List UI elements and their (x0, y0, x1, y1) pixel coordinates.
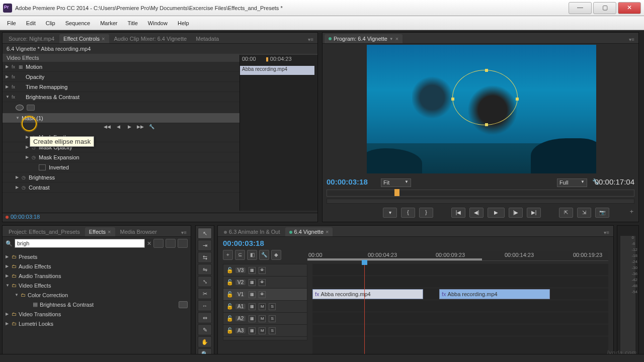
close-tab-icon[interactable]: × (395, 36, 398, 42)
maximize-button[interactable]: ▢ (593, 2, 616, 14)
step-fwd-icon[interactable]: ▶▶ (136, 124, 144, 131)
panel-menu-icon[interactable]: ▾≡ (602, 229, 611, 236)
effects-search-input[interactable] (15, 239, 145, 248)
menu-title[interactable]: Title (122, 19, 142, 28)
tree-audio-effects[interactable]: ▶🗀Audio Effects (6, 261, 188, 271)
pen-tool[interactable]: ✎ (198, 324, 212, 335)
ripple-edit-tool[interactable]: ⇆ (198, 252, 212, 263)
playhead-icon[interactable] (394, 189, 399, 196)
hand-tool[interactable]: ✋ (198, 336, 212, 347)
timeline-timecode[interactable]: 00:00:03:18 (223, 239, 264, 247)
settings-button[interactable]: 🔧 (259, 250, 269, 260)
play-button[interactable]: ▶ (488, 208, 505, 218)
menu-marker[interactable]: Marker (95, 19, 122, 28)
tab-metadata[interactable]: Metadata (192, 34, 223, 43)
track-v1[interactable]: 🔓V1▦👁 (223, 289, 307, 301)
filter-button-2[interactable] (166, 239, 176, 248)
tree-audio-transitions[interactable]: ▶🗀Audio Transitions (6, 271, 188, 281)
tab-sequence-2[interactable]: 6.4 Vignette× (285, 227, 333, 236)
rate-stretch-tool[interactable]: ⤡ (198, 276, 212, 287)
panel-menu-icon[interactable]: ▾≡ (179, 229, 189, 236)
tree-lumetri[interactable]: ▶🗀Lumetri Looks (6, 319, 188, 328)
track-select-tool[interactable]: ⇥ (198, 240, 212, 251)
tab-source[interactable]: Source: Night.mp4 (5, 34, 58, 43)
rolling-edit-tool[interactable]: ⇋ (198, 264, 212, 275)
razor-tool[interactable]: ✂ (198, 288, 212, 299)
snap-button[interactable]: ⌖ (223, 250, 233, 260)
timeline-playhead[interactable] (364, 264, 365, 362)
mark-in-button[interactable]: ▾ (383, 208, 397, 218)
inverted-checkbox[interactable] (39, 164, 46, 170)
tree-brightness-contrast[interactable]: ▦Brightness & Contrast (6, 300, 188, 309)
slide-tool[interactable]: ⇔ (198, 312, 212, 323)
wrench-button[interactable]: ◆ (271, 250, 281, 260)
program-timecode-current[interactable]: 00:00:03:18 (327, 177, 368, 186)
tab-effect-controls[interactable]: Effect Controls× (59, 34, 109, 43)
tab-project[interactable]: Project: Effects_and_Presets (5, 227, 84, 236)
tab-program[interactable]: Program: 6.4 Vignette▼× (325, 34, 403, 43)
track-v2[interactable]: 🔓V2▦👁 (223, 277, 307, 289)
tab-sequence-1[interactable]: 6.3 Animate In & Out (220, 227, 284, 236)
track-a2[interactable]: 🔓A2▦MS (223, 313, 307, 325)
program-scrubber[interactable] (327, 190, 634, 197)
tree-video-effects[interactable]: ▼🗀Video Effects (6, 281, 188, 290)
effcon-timecode[interactable]: 00:00:03:18 (11, 214, 40, 220)
create-ellipse-mask-button[interactable] (16, 105, 24, 111)
tree-color-correction[interactable]: ▼🗀Color Correction (6, 290, 188, 300)
clip-abba-1[interactable]: fxAbba recording.mp4 (312, 289, 423, 299)
accelerated-badge-icon (179, 301, 188, 308)
close-button[interactable]: ✕ (618, 2, 641, 14)
slip-tool[interactable]: ↔ (198, 300, 212, 311)
set-out-button[interactable]: } (419, 208, 433, 218)
timeline-ruler[interactable]: 00:00 00:00:04:23 00:00:09:23 00:00:14:2… (307, 251, 608, 261)
lift-button[interactable]: ⇱ (559, 208, 573, 218)
marker-button[interactable]: ◧ (247, 250, 257, 260)
go-to-in-button[interactable]: |◀ (451, 208, 465, 218)
go-to-out-button[interactable]: ▶| (527, 208, 541, 218)
tree-presets[interactable]: ▶🗀Presets (6, 252, 188, 261)
menu-clip[interactable]: Clip (41, 19, 60, 28)
menu-help[interactable]: Help (173, 19, 194, 28)
tab-effects[interactable]: Effects× (85, 227, 115, 236)
extract-button[interactable]: ⇲ (577, 208, 591, 218)
filter-button-3[interactable] (178, 239, 188, 248)
add-button-icon[interactable]: + (629, 208, 633, 215)
panel-menu-icon[interactable]: ▾≡ (627, 36, 636, 43)
track-a3[interactable]: 🔓A3▦MS (223, 325, 307, 337)
tree-video-transitions[interactable]: ▶🗀Video Transitions (6, 309, 188, 319)
step-fwd-button[interactable]: |▶ (509, 208, 523, 218)
program-dropdown-icon[interactable]: ▼ (389, 37, 393, 41)
link-button[interactable]: ⊆ (235, 250, 245, 260)
step-back-icon[interactable]: ◀ (114, 124, 122, 131)
program-scrollbar[interactable] (327, 199, 634, 204)
minimize-button[interactable]: — (569, 2, 592, 14)
timeline-lanes[interactable]: fxAbba recording.mp4 fxAbba recording.mp… (312, 264, 608, 362)
close-tab-icon[interactable]: × (102, 36, 105, 42)
set-in-button[interactable]: { (401, 208, 415, 218)
tab-audio-mixer[interactable]: Audio Clip Mixer: 6.4 Vignette (110, 34, 191, 43)
clip-abba-2[interactable]: fxAbba recording.mp4 (439, 289, 550, 299)
wrench-icon[interactable]: 🔧 (147, 124, 155, 131)
track-fwd-icon[interactable]: ▶ (125, 124, 133, 131)
selection-tool[interactable]: ↖ (198, 228, 212, 239)
menu-sequence[interactable]: Sequence (60, 19, 96, 28)
filter-button-1[interactable] (153, 239, 164, 248)
program-viewer[interactable] (367, 45, 596, 173)
track-v3[interactable]: 🔓V3▦👁 (223, 264, 307, 277)
mask-outline[interactable] (452, 70, 518, 125)
track-a1[interactable]: 🔓A1▦MS (223, 301, 307, 313)
create-rect-mask-button[interactable] (27, 105, 35, 111)
menu-edit[interactable]: Edit (21, 19, 41, 28)
menu-file[interactable]: File (2, 19, 21, 28)
step-back-button[interactable]: ◀| (469, 208, 484, 218)
panel-menu-icon[interactable]: ▾≡ (306, 36, 315, 43)
menu-window[interactable]: Window (143, 19, 173, 28)
mini-clip-block[interactable]: Abba recording.mp4 (240, 66, 314, 75)
tab-media-browser[interactable]: Media Browser (116, 227, 161, 236)
zoom-fit-dropdown[interactable]: Fit ▼ (381, 178, 411, 187)
track-back-icon[interactable]: ◀◀ (103, 124, 111, 131)
clear-search-icon[interactable]: ✕ (147, 240, 151, 247)
resolution-dropdown[interactable]: Full ▼ (557, 178, 587, 187)
source-tabs: Source: Night.mp4 Effect Controls× Audio… (3, 33, 317, 44)
export-frame-button[interactable]: 📷 (595, 208, 609, 218)
